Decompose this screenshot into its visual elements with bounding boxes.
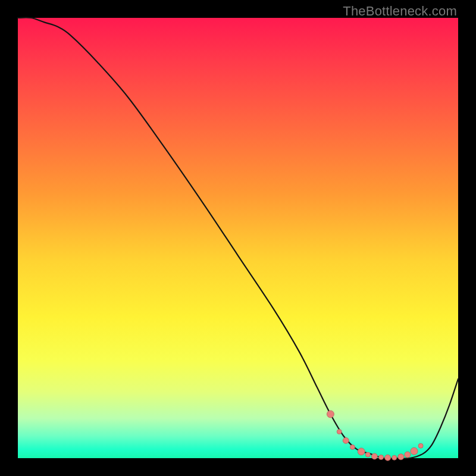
highlight-dot: [337, 430, 342, 434]
chart-frame: TheBottleneck.com: [0, 0, 476, 476]
highlight-dot: [418, 443, 423, 448]
plot-area: [18, 18, 458, 458]
curve-svg: [18, 18, 458, 458]
highlight-dot: [379, 455, 384, 460]
highlight-dot: [358, 448, 365, 455]
highlight-dot: [385, 455, 391, 461]
highlight-dot: [365, 452, 370, 457]
highlight-dot: [392, 455, 397, 460]
highlight-dots: [327, 411, 423, 461]
highlight-dot: [405, 452, 411, 458]
bottleneck-curve-line: [18, 17, 458, 458]
watermark-text: TheBottleneck.com: [343, 4, 457, 19]
highlight-dot: [411, 447, 418, 455]
highlight-dot: [327, 411, 334, 418]
highlight-dot: [343, 437, 349, 443]
highlight-dot: [398, 454, 404, 460]
highlight-dot: [350, 445, 355, 450]
highlight-dot: [371, 453, 377, 459]
